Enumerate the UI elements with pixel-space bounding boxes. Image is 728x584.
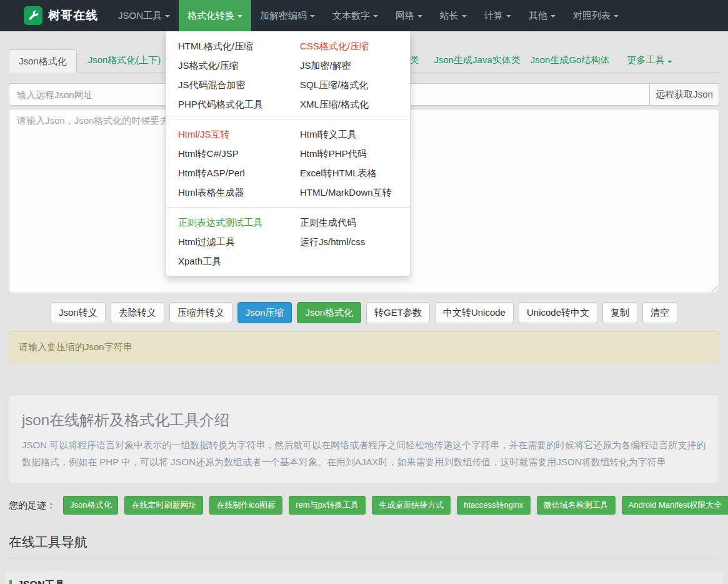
tab-json-format-updown[interactable]: Json格式化(上下) bbox=[88, 49, 161, 72]
chevron-down-icon bbox=[551, 15, 556, 18]
dropdown-group-1: HTML格式化/压缩 CSS格式化/压缩 JS格式化/压缩 JS加密/解密 JS… bbox=[166, 36, 410, 114]
unicode-to-chinese-button[interactable]: Unicode转中文 bbox=[519, 302, 597, 323]
chevron-down-icon bbox=[462, 15, 467, 18]
nav-item-network[interactable]: 网络 bbox=[387, 0, 431, 31]
menu-item-js-encrypt[interactable]: JS加密/解密 bbox=[288, 56, 410, 75]
section-title-row: JSON工具 bbox=[9, 579, 719, 584]
nav-item-encrypt-encode[interactable]: 加解密编码 bbox=[251, 0, 324, 31]
main-menu: JSON工具 格式化转换 加解密编码 文本数字 网络 站长 计算 其他 对照列表 bbox=[109, 0, 627, 31]
section-title-text: JSON工具 bbox=[17, 579, 65, 584]
nav-item-label: 文本数字 bbox=[332, 10, 370, 22]
navbar: 树哥在线 JSON工具 格式化转换 加解密编码 文本数字 网络 站长 计算 其他… bbox=[0, 0, 728, 31]
nav-item-webmaster[interactable]: 站长 bbox=[431, 0, 476, 31]
menu-item-php-format[interactable]: PHP代码格式化工具 bbox=[166, 94, 288, 114]
remove-escape-button[interactable]: 去除转义 bbox=[111, 302, 164, 323]
warning-alert: 请输入要压缩的Json字符串 bbox=[9, 331, 719, 363]
menu-item-sql-format[interactable]: SQL压缩/格式化 bbox=[288, 75, 410, 94]
footprint-ico-maker[interactable]: 在线制作ico图标 bbox=[209, 496, 282, 515]
footprint-wechat-domain-check[interactable]: 微信域名检测工具 bbox=[537, 496, 616, 515]
menu-item-html-to-asp-perl[interactable]: Html转ASP/Perl bbox=[166, 163, 288, 183]
menu-item-run-js-html-css[interactable]: 运行Js/html/css bbox=[288, 232, 410, 251]
nav-item-label: JSON工具 bbox=[118, 10, 162, 22]
nav-item-label: 站长 bbox=[440, 10, 459, 22]
brand-title: 树哥在线 bbox=[48, 8, 98, 24]
nav-item-label: 计算 bbox=[484, 10, 503, 22]
json-format-button[interactable]: Json格式化 bbox=[297, 302, 361, 323]
menu-item-js-mixed-encrypt[interactable]: JS代码混合加密 bbox=[166, 75, 288, 94]
tab-json-to-java[interactable]: Json生成Java实体类 bbox=[434, 49, 520, 72]
footprint-desktop-shortcut[interactable]: 生成桌面快捷方式 bbox=[372, 496, 451, 515]
menu-divider bbox=[166, 207, 410, 208]
chevron-down-icon bbox=[667, 61, 672, 63]
to-get-params-button[interactable]: 转GET参数 bbox=[366, 302, 430, 323]
chevron-down-icon bbox=[373, 15, 378, 18]
nav-item-label: 加解密编码 bbox=[260, 10, 307, 22]
tab-more-tools[interactable]: 更多工具 bbox=[627, 49, 672, 72]
json-escape-button[interactable]: Json转义 bbox=[51, 302, 106, 323]
menu-item-html-markdown-convert[interactable]: HTML/MarkDown互转 bbox=[288, 183, 410, 202]
brand-link[interactable]: 树哥在线 bbox=[0, 0, 109, 31]
chinese-to-unicode-button[interactable]: 中文转Unicode bbox=[435, 302, 514, 323]
menu-item-css-format[interactable]: CSS格式化/压缩 bbox=[288, 36, 410, 56]
menu-item-html-js-convert[interactable]: Html/JS互转 bbox=[166, 124, 288, 144]
nav-item-label: 格式化转换 bbox=[187, 10, 234, 22]
menu-item-html-filter[interactable]: Html过滤工具 bbox=[166, 232, 288, 251]
menu-item-xml-format[interactable]: XML压缩/格式化 bbox=[288, 94, 410, 114]
menu-item-html-to-csharp-jsp[interactable]: Html转C#/JSP bbox=[166, 144, 288, 163]
nav-item-json-tools[interactable]: JSON工具 bbox=[109, 0, 179, 31]
tab-json-to-go[interactable]: Json生成Go结构体 bbox=[531, 49, 610, 72]
json-tools-section-header: JSON工具 bbox=[5, 571, 723, 584]
nav-item-format-convert[interactable]: 格式化转换 bbox=[179, 0, 251, 31]
intro-title: json在线解析及格式化工具介绍 bbox=[22, 410, 706, 430]
nav-item-label: 网络 bbox=[396, 10, 414, 22]
dropdown-group-3: 正则表达式测试工具 正则生成代码 Html过滤工具 运行Js/html/css … bbox=[166, 213, 410, 271]
menu-item-regex-test[interactable]: 正则表达式测试工具 bbox=[166, 213, 288, 232]
tab-json-format[interactable]: Json格式化 bbox=[9, 49, 77, 73]
chevron-down-icon bbox=[614, 15, 619, 18]
chevron-down-icon bbox=[506, 15, 511, 18]
chevron-down-icon bbox=[237, 15, 242, 18]
nav-item-text-number[interactable]: 文本数字 bbox=[324, 0, 387, 31]
nav-item-calculate[interactable]: 计算 bbox=[476, 0, 520, 31]
clear-button[interactable]: 清空 bbox=[642, 302, 677, 323]
compress-and-escape-button[interactable]: 压缩并转义 bbox=[169, 302, 232, 323]
copy-button[interactable]: 复制 bbox=[602, 302, 637, 323]
menu-item-html-escape[interactable]: Html转义工具 bbox=[288, 124, 410, 144]
chevron-down-icon bbox=[165, 15, 170, 18]
footprints-row: 您的足迹： Json格式化 在线定时刷新网址 在线制作ico图标 rem与px转… bbox=[9, 496, 719, 515]
footprint-android-manifest[interactable]: Android Manifest权限大全 bbox=[622, 496, 728, 515]
chevron-down-icon bbox=[417, 15, 422, 18]
tab-more-tools-label: 更多工具 bbox=[627, 54, 664, 65]
nav-item-other[interactable]: 其他 bbox=[520, 0, 564, 31]
green-bar-icon bbox=[9, 580, 12, 584]
json-compress-button[interactable]: Json压缩 bbox=[237, 302, 292, 323]
nav-item-label: 对照列表 bbox=[573, 10, 611, 22]
nav-item-reference-list[interactable]: 对照列表 bbox=[564, 0, 627, 31]
intro-panel: json在线解析及格式化工具介绍 JSON 可以将程序语言对象中表示的一组数据转… bbox=[9, 395, 719, 483]
fetch-remote-json-button[interactable]: 远程获取Json bbox=[649, 83, 719, 106]
menu-divider bbox=[166, 119, 410, 119]
menu-item-xpath-tool[interactable]: Xpath工具 bbox=[166, 251, 288, 271]
footprint-rem-px-convert[interactable]: rem与px转换工具 bbox=[289, 496, 366, 515]
menu-item-js-format[interactable]: JS格式化/压缩 bbox=[166, 56, 288, 75]
alert-message: 请输入要压缩的Json字符串 bbox=[19, 341, 132, 352]
intro-body: JSON 可以将程序语言对象中表示的一组数据转换为字符串，然后就可以在网络或者程… bbox=[22, 436, 706, 470]
footprint-json-format[interactable]: Json格式化 bbox=[63, 496, 118, 515]
menu-item-html-to-php[interactable]: Html转PHP代码 bbox=[288, 144, 410, 163]
action-buttons-row: Json转义 去除转义 压缩并转义 Json压缩 Json格式化 转GET参数 … bbox=[9, 302, 719, 323]
menu-item-html-table-generator[interactable]: Html表格生成器 bbox=[166, 183, 288, 202]
menu-item-html-format[interactable]: HTML格式化/压缩 bbox=[166, 36, 288, 56]
footprint-htaccess-nginx[interactable]: htaccess转nginx bbox=[457, 496, 530, 515]
dropdown-group-2: Html/JS互转 Html转义工具 Html转C#/JSP Html转PHP代… bbox=[166, 124, 410, 202]
chevron-down-icon bbox=[310, 15, 315, 18]
format-convert-dropdown-menu: HTML格式化/压缩 CSS格式化/压缩 JS格式化/压缩 JS加密/解密 JS… bbox=[166, 31, 411, 276]
wrench-icon bbox=[24, 6, 42, 25]
menu-item-excel-to-html[interactable]: Excel转HTML表格 bbox=[288, 163, 410, 183]
tool-nav-heading: 在线工具导航 bbox=[9, 533, 719, 558]
footprint-timed-refresh[interactable]: 在线定时刷新网址 bbox=[124, 496, 203, 515]
footprints-label: 您的足迹： bbox=[9, 500, 56, 511]
nav-item-label: 其他 bbox=[529, 10, 547, 22]
menu-item-regex-code-gen[interactable]: 正则生成代码 bbox=[288, 213, 410, 232]
